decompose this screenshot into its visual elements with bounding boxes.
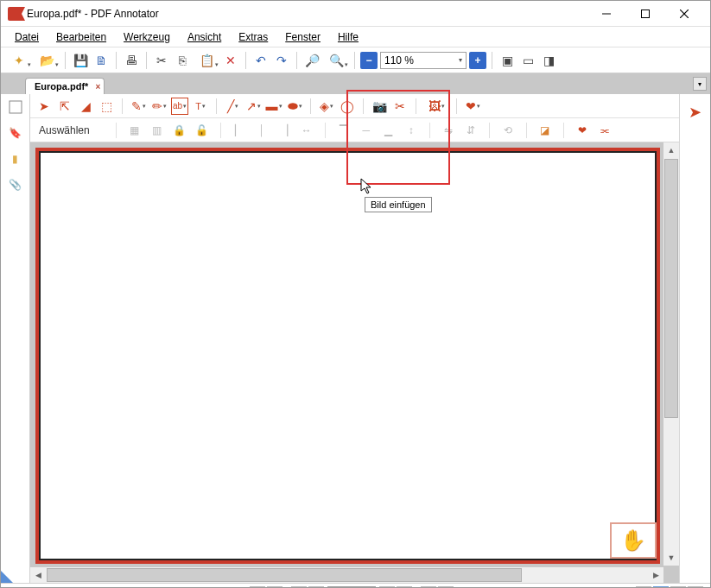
- horizontal-scrollbar[interactable]: ◀ ▶: [30, 567, 663, 583]
- crop-tool-button[interactable]: ✂: [391, 98, 409, 115]
- flip-h-button: ⇋: [439, 122, 458, 139]
- ellipse-tool-button[interactable]: ⬬: [286, 98, 303, 115]
- tab-label: Europa.pdf*: [35, 81, 88, 92]
- separator: [122, 98, 123, 114]
- marker-tool-button[interactable]: ✏: [150, 98, 168, 115]
- undo-button[interactable]: ↶: [251, 51, 270, 70]
- pan-hand-button[interactable]: ✋: [610, 522, 657, 559]
- separator: [146, 52, 147, 69]
- unlock-button: 🔓: [193, 122, 212, 139]
- separator: [492, 52, 492, 69]
- eraser-tool-button[interactable]: ◈: [318, 98, 335, 115]
- close-button[interactable]: [664, 2, 703, 26]
- new-button[interactable]: ✦: [6, 51, 32, 70]
- zoom-select[interactable]: 110 %: [380, 52, 467, 69]
- window-title: Europa.pdf* - PDF Annotator: [27, 8, 587, 20]
- text-box-button[interactable]: ab: [171, 98, 188, 115]
- paste-button[interactable]: 📋: [194, 51, 219, 70]
- separator: [354, 52, 355, 69]
- tab-overflow-button[interactable]: ▾: [693, 77, 707, 91]
- menu-extras[interactable]: Extras: [232, 28, 275, 46]
- open-button[interactable]: 📂: [34, 51, 60, 70]
- menu-window[interactable]: Fenster: [278, 28, 327, 46]
- separator: [526, 123, 527, 138]
- dist-v-button: ↕: [402, 122, 421, 139]
- expand-panel-icon[interactable]: [1, 571, 13, 583]
- arrow-tool-button[interactable]: ↗: [244, 98, 262, 115]
- save-button[interactable]: 💾: [71, 51, 90, 70]
- fullscreen-button[interactable]: ◨: [539, 51, 558, 70]
- attachment-tool-icon[interactable]: 📎: [6, 175, 25, 194]
- lasso-erase-button[interactable]: ◯: [339, 98, 356, 115]
- rotate-button: ⟲: [498, 122, 517, 139]
- document-page[interactable]: [35, 148, 660, 564]
- menu-edit[interactable]: Bearbeiten: [49, 28, 113, 46]
- scroll-up-icon[interactable]: ▲: [663, 142, 679, 158]
- pen-tool-button[interactable]: ✎: [130, 98, 147, 115]
- menu-view[interactable]: Ansicht: [181, 28, 228, 46]
- select-tool-button[interactable]: ➤: [35, 98, 53, 115]
- separator: [310, 98, 311, 114]
- svg-rect-4: [10, 101, 22, 113]
- copy-button[interactable]: ⎘: [173, 51, 192, 70]
- save-as-button[interactable]: 🗎: [92, 51, 111, 70]
- text-select-button[interactable]: ⬚: [98, 98, 115, 115]
- scroll-down-icon[interactable]: ▼: [663, 550, 679, 566]
- bookmark-tool-icon[interactable]: 🔖: [6, 123, 25, 142]
- separator: [563, 123, 564, 138]
- separator: [489, 123, 490, 138]
- zoom-in-button[interactable]: +: [469, 52, 486, 69]
- menu-file[interactable]: Datei: [8, 28, 46, 46]
- style-button: ◪: [536, 122, 555, 139]
- redo-button[interactable]: ↷: [272, 51, 291, 70]
- scroll-thumb-v[interactable]: [664, 159, 678, 418]
- highlight-tool-button[interactable]: ◢: [77, 98, 94, 115]
- align-left-button: ▏: [230, 122, 249, 139]
- align-center-button: │: [252, 122, 271, 139]
- cut-button[interactable]: ✂: [152, 51, 171, 70]
- favorites-button: ❤: [573, 122, 592, 139]
- text-highlight-button[interactable]: T: [192, 98, 209, 115]
- insert-image-button[interactable]: 🖼: [423, 98, 449, 115]
- lock-button: 🔒: [170, 122, 189, 139]
- zoom-out-button[interactable]: −: [360, 52, 378, 69]
- fit-width-button[interactable]: ▭: [518, 51, 537, 70]
- lasso-select-button[interactable]: ⇱: [56, 98, 73, 115]
- align-bottom-button: ▁: [379, 122, 398, 139]
- separator: [296, 52, 297, 69]
- ungroup-button: ▥: [148, 122, 167, 139]
- rectangle-tool-button[interactable]: ▬: [265, 98, 282, 115]
- align-middle-button: ─: [357, 122, 376, 139]
- menu-tool[interactable]: Werkzeug: [117, 28, 177, 46]
- separator: [216, 98, 217, 114]
- fit-page-button[interactable]: ▣: [498, 51, 517, 70]
- search-button[interactable]: 🔎: [302, 51, 321, 70]
- maximize-button[interactable]: [625, 2, 664, 26]
- separator: [429, 123, 430, 138]
- page-layout-icon[interactable]: [6, 98, 25, 117]
- align-top-button: ▔: [334, 122, 353, 139]
- align-right-button: ▕: [275, 122, 294, 139]
- vertical-scrollbar[interactable]: ▲ ▼: [663, 142, 679, 566]
- document-tab[interactable]: Europa.pdf* ×: [25, 78, 105, 94]
- separator: [325, 123, 326, 138]
- search-options-button[interactable]: 🔍: [323, 51, 349, 70]
- minimize-button[interactable]: [587, 2, 625, 26]
- wifi-icon: ⫘: [595, 122, 614, 139]
- camera-tool-button[interactable]: 📷: [371, 98, 388, 115]
- print-button[interactable]: 🖶: [122, 51, 141, 70]
- files-tool-icon[interactable]: ▮: [6, 149, 25, 168]
- separator: [65, 52, 66, 69]
- line-tool-button[interactable]: ╱: [224, 98, 241, 115]
- tooltip: Bild einfügen: [365, 197, 432, 212]
- scroll-thumb-h[interactable]: [47, 568, 522, 582]
- stamp-tool-button[interactable]: ❤: [464, 98, 481, 115]
- scroll-right-icon[interactable]: ▶: [648, 567, 663, 583]
- scroll-left-icon[interactable]: ◀: [30, 567, 46, 583]
- flip-v-button: ⇵: [461, 122, 480, 139]
- tab-close-icon[interactable]: ×: [96, 82, 101, 92]
- cursor-tool-icon[interactable]: ➤: [689, 103, 701, 122]
- menu-help[interactable]: Hilfe: [331, 28, 365, 46]
- delete-button[interactable]: ✕: [221, 51, 240, 70]
- separator: [220, 123, 221, 138]
